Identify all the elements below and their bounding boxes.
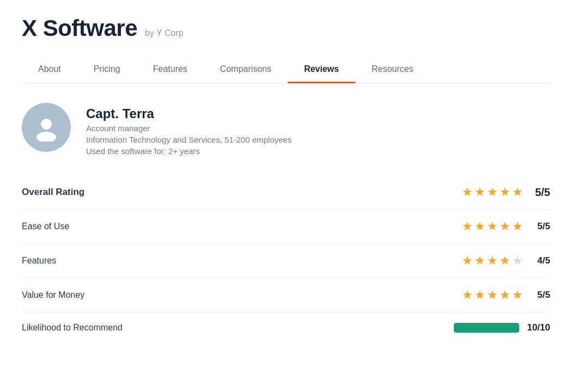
nav-comparisons[interactable]: Comparisons <box>204 57 288 83</box>
star-2: ★ <box>474 185 485 199</box>
rating-value-features: 4/5 <box>531 255 550 266</box>
reviewer-name: Capt. Terra <box>86 106 291 121</box>
stars-value: ★ ★ ★ ★ ★ <box>462 288 523 302</box>
rating-right-overall: ★ ★ ★ ★ ★ 5/5 <box>462 185 550 199</box>
nav-features[interactable]: Features <box>137 57 204 83</box>
star-4: ★ <box>500 288 510 302</box>
rating-value-ease: 5/5 <box>531 221 550 232</box>
rating-right-recommend: 10/10 <box>454 322 550 333</box>
rating-row-value: Value for Money ★ ★ ★ ★ ★ 5/5 <box>22 278 550 313</box>
star-1: ★ <box>462 219 473 234</box>
star-4: ★ <box>500 254 510 268</box>
stars-overall: ★ ★ ★ ★ ★ <box>462 185 523 199</box>
rating-label-value: Value for Money <box>22 290 84 300</box>
reviewer-role: Account manager <box>86 124 291 133</box>
reviewer-info: Capt. Terra Account manager Information … <box>86 103 291 156</box>
rating-row-features: Features ★ ★ ★ ★ ★ 4/5 <box>22 244 550 278</box>
rating-label-overall: Overall Rating <box>22 187 84 198</box>
rating-right-value: ★ ★ ★ ★ ★ 5/5 <box>462 288 550 302</box>
person-icon <box>32 113 60 142</box>
star-5: ★ <box>512 219 523 234</box>
rating-right-ease: ★ ★ ★ ★ ★ 5/5 <box>462 219 550 234</box>
star-5: ★ <box>512 288 523 302</box>
star-4: ★ <box>500 219 510 234</box>
rating-right-features: ★ ★ ★ ★ ★ 4/5 <box>462 254 550 268</box>
reviewer-card: Capt. Terra Account manager Information … <box>22 103 550 156</box>
rating-row-ease: Ease of Use ★ ★ ★ ★ ★ 5/5 <box>22 210 550 244</box>
star-3: ★ <box>487 254 498 268</box>
nav: About Pricing Features Comparisons Revie… <box>22 57 550 83</box>
stars-ease: ★ ★ ★ ★ ★ <box>462 219 523 234</box>
reviewer-company: Information Technology and Services, 51-… <box>86 135 291 144</box>
rating-value-value: 5/5 <box>531 290 550 301</box>
stars-features: ★ ★ ★ ★ ★ <box>462 254 523 268</box>
reviewer-usage: Used the software for: 2+ years <box>86 146 291 156</box>
svg-point-0 <box>41 119 52 130</box>
app-subtitle: by Y Corp <box>145 28 184 38</box>
rating-row-recommend: Likelihood to Recommend 10/10 <box>22 313 550 343</box>
star-5: ★ <box>512 185 523 199</box>
app-title: X Software <box>22 15 137 41</box>
star-2: ★ <box>474 288 485 302</box>
content: Capt. Terra Account manager Information … <box>0 83 572 363</box>
star-1: ★ <box>462 288 473 302</box>
rating-label-ease: Ease of Use <box>22 222 69 231</box>
rating-label-recommend: Likelihood to Recommend <box>22 323 123 333</box>
nav-resources[interactable]: Resources <box>355 57 429 83</box>
svg-point-1 <box>36 132 56 142</box>
nav-reviews[interactable]: Reviews <box>288 57 355 83</box>
rating-label-features: Features <box>22 256 56 266</box>
star-2: ★ <box>474 219 485 234</box>
ratings-section: Overall Rating ★ ★ ★ ★ ★ 5/5 Ease of Use <box>22 175 550 343</box>
rating-row-overall: Overall Rating ★ ★ ★ ★ ★ 5/5 <box>22 175 550 210</box>
star-1: ★ <box>462 254 473 268</box>
star-3: ★ <box>487 219 498 234</box>
title-row: X Software by Y Corp <box>22 15 550 41</box>
star-5-empty: ★ <box>512 254 523 268</box>
star-1: ★ <box>462 185 473 199</box>
star-4: ★ <box>500 185 510 199</box>
star-3: ★ <box>487 288 498 302</box>
progress-bar-container <box>454 323 519 333</box>
rating-value-recommend: 10/10 <box>527 322 550 333</box>
star-2: ★ <box>474 254 485 268</box>
star-3: ★ <box>487 185 498 199</box>
rating-value-overall: 5/5 <box>531 186 550 199</box>
header: X Software by Y Corp About Pricing Featu… <box>0 0 572 83</box>
avatar <box>22 103 71 152</box>
page-container: X Software by Y Corp About Pricing Featu… <box>0 0 572 392</box>
progress-bar-fill <box>454 323 519 333</box>
nav-about[interactable]: About <box>22 57 77 83</box>
nav-pricing[interactable]: Pricing <box>77 57 137 83</box>
